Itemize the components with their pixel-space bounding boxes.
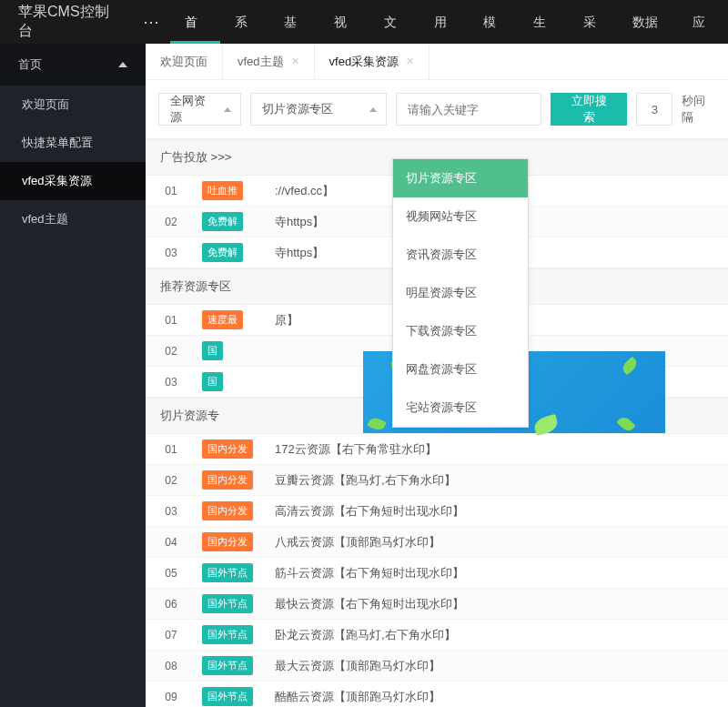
sidebar-item[interactable]: 快捷菜单配置: [0, 124, 146, 162]
row-description: 八戒云资源【顶部跑马灯水印】: [271, 534, 728, 550]
nav-item[interactable]: 首页: [170, 0, 220, 44]
row-tag-cell: 国内分发: [197, 532, 271, 551]
row-index: 01: [146, 314, 197, 327]
dropdown-option[interactable]: 下载资源专区: [393, 312, 528, 350]
table-row[interactable]: 06国外节点最快云资源【右下角短时出现水印】: [146, 589, 728, 620]
search-input[interactable]: [396, 93, 541, 126]
tab-label: 欢迎页面: [160, 54, 207, 70]
search-button[interactable]: 立即搜索: [551, 93, 628, 126]
dropdown-option[interactable]: 明星资源专区: [393, 274, 528, 312]
row-index: 06: [146, 598, 197, 611]
more-icon[interactable]: ⋯: [132, 12, 170, 32]
main-content: 欢迎页面vfed主题✕vfed采集资源✕ 全网资源 切片资源专区 立即搜索 秒间…: [146, 44, 728, 707]
status-badge: 国内分发: [202, 501, 253, 520]
status-badge: 国: [202, 372, 223, 391]
select-scope[interactable]: 全网资源: [158, 93, 241, 126]
table-row[interactable]: 04国内分发八戒云资源【顶部跑马灯水印】: [146, 527, 728, 558]
leaf-icon: [532, 414, 560, 436]
leaf-icon: [367, 416, 386, 432]
top-nav: 苹果CMS控制台 ⋯ 首页系统基础视频文章用户模版生成采集数据库应用: [0, 0, 728, 44]
table-row[interactable]: 07国外节点卧龙云资源【跑马灯,右下角水印】: [146, 620, 728, 651]
nav-item[interactable]: 应用: [678, 0, 728, 44]
row-index: 03: [146, 505, 197, 518]
row-index: 07: [146, 629, 197, 641]
row-tag-cell: 国内分发: [197, 501, 271, 520]
row-tag-cell: 国: [197, 341, 271, 360]
select-category[interactable]: 切片资源专区: [250, 93, 387, 126]
sidebar-head-label: 首页: [18, 56, 42, 73]
status-badge: 免费解: [202, 243, 243, 262]
tab[interactable]: 欢迎页面: [146, 44, 223, 79]
nav-item[interactable]: 采集: [569, 0, 619, 44]
row-index: 09: [146, 691, 197, 703]
row-index: 03: [146, 247, 197, 259]
select-category-value: 切片资源专区: [262, 101, 333, 117]
dropdown-option[interactable]: 资讯资源专区: [393, 236, 528, 274]
nav-item[interactable]: 模版: [469, 0, 519, 44]
status-badge: 国外节点: [202, 594, 253, 613]
dropdown-option[interactable]: 宅站资源专区: [393, 389, 528, 427]
row-index: 03: [146, 376, 197, 389]
table-row[interactable]: 09国外节点酷酷云资源【顶部跑马灯水印】: [146, 682, 728, 707]
nav-item[interactable]: 系统: [220, 0, 270, 44]
tab-label: vfed主题: [238, 54, 284, 70]
toolbar: 全网资源 切片资源专区 立即搜索 秒间隔: [146, 80, 728, 139]
row-tag-cell: 国外节点: [197, 594, 271, 613]
leaf-icon: [620, 357, 640, 376]
row-tag-cell: 免费解: [197, 243, 271, 262]
table-row[interactable]: 01国内分发172云资源【右下角常驻水印】: [146, 434, 728, 465]
status-badge: 国外节点: [202, 625, 253, 644]
status-badge: 国内分发: [202, 532, 253, 551]
nav-item[interactable]: 数据库: [618, 0, 678, 44]
row-description: 筋斗云资源【右下角短时出现水印】: [271, 565, 728, 581]
tab[interactable]: vfed采集资源✕: [315, 44, 430, 79]
sidebar-item[interactable]: vfed主题: [0, 200, 146, 238]
sidebar-item[interactable]: 欢迎页面: [0, 86, 146, 124]
row-description: 172云资源【右下角常驻水印】: [271, 441, 728, 458]
row-description: 卧龙云资源【跑马灯,右下角水印】: [271, 627, 728, 643]
row-description: 豆瓣云资源【跑马灯,右下角水印】: [271, 472, 728, 489]
dropdown-option[interactable]: 视频网站专区: [393, 197, 528, 236]
dropdown-option[interactable]: 切片资源专区: [393, 159, 528, 197]
nav-item[interactable]: 基础: [269, 0, 319, 44]
nav-item[interactable]: 文章: [369, 0, 420, 44]
row-tag-cell: 国外节点: [197, 656, 271, 675]
nav-item[interactable]: 视频: [319, 0, 369, 44]
dropdown-option[interactable]: 网盘资源专区: [393, 350, 528, 389]
leaf-icon: [616, 414, 635, 433]
sidebar: 首页 欢迎页面快捷菜单配置vfed采集资源vfed主题: [0, 44, 146, 707]
status-badge: 国内分发: [202, 439, 253, 459]
table-row[interactable]: 08国外节点最大云资源【顶部跑马灯水印】: [146, 651, 728, 682]
row-index: 01: [146, 443, 197, 456]
table-row[interactable]: 02国内分发豆瓣云资源【跑马灯,右下角水印】: [146, 465, 728, 496]
tab-label: vfed采集资源: [329, 54, 399, 70]
status-badge: 国外节点: [202, 687, 253, 706]
caret-icon: [369, 107, 377, 112]
nav-item[interactable]: 生成: [519, 0, 569, 44]
table-row[interactable]: 05国外节点筋斗云资源【右下角短时出现水印】: [146, 558, 728, 589]
row-index: 08: [146, 660, 197, 672]
row-tag-cell: 国外节点: [197, 687, 271, 706]
row-index: 01: [146, 185, 197, 197]
sidebar-head[interactable]: 首页: [0, 44, 146, 86]
table-row[interactable]: 03国内分发高清云资源【右下角短时出现水印】: [146, 496, 728, 527]
row-description: 高清云资源【右下角短时出现水印】: [271, 503, 728, 520]
row-index: 05: [146, 567, 197, 580]
row-tag-cell: 国: [197, 372, 271, 391]
row-description: 最快云资源【右下角短时出现水印】: [271, 596, 728, 612]
interval-input[interactable]: [636, 93, 672, 126]
close-icon[interactable]: ✕: [406, 56, 414, 67]
row-tag-cell: 国外节点: [197, 625, 271, 644]
collapse-icon: [118, 62, 127, 67]
status-badge: 国外节点: [202, 563, 253, 582]
status-badge: 国: [202, 341, 223, 360]
row-tag-cell: 吐血推: [197, 181, 271, 200]
nav-item[interactable]: 用户: [420, 0, 470, 44]
status-badge: 速度最: [202, 310, 243, 329]
row-tag-cell: 国外节点: [197, 563, 271, 582]
sidebar-item[interactable]: vfed采集资源: [0, 162, 146, 200]
row-index: 02: [146, 474, 197, 487]
tab[interactable]: vfed主题✕: [223, 44, 315, 79]
status-badge: 国外节点: [202, 656, 253, 675]
close-icon[interactable]: ✕: [291, 56, 299, 67]
